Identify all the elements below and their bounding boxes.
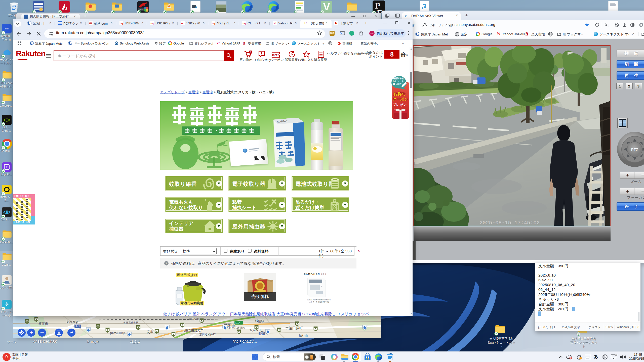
svg-text:OFF: OFF [273,54,277,56]
svg-text:171: 171 [76,325,80,328]
svg-text:1: 1 [250,51,252,54]
svg-text:E1A: E1A [235,322,240,324]
svg-text:2025-08-15 17:45:02: 2025-08-15 17:45:02 [479,220,540,226]
svg-text:PTZ: PTZ [631,147,638,152]
